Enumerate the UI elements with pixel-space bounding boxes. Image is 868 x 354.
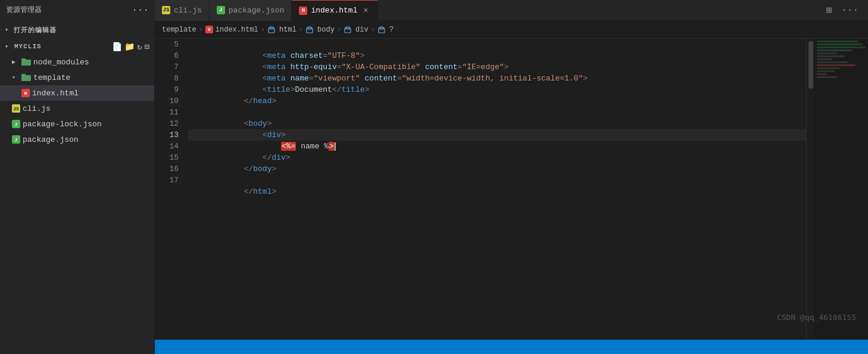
tab-bar: 资源管理器 ··· JS cli.js J package.json H ind…	[0, 0, 868, 21]
template-label: template	[33, 73, 70, 82]
tree-package-lock-json[interactable]: J package-lock.json	[0, 116, 154, 132]
text-cursor	[335, 142, 336, 151]
svg-rect-1	[21, 58, 26, 61]
tree-index-html[interactable]: H index.html	[0, 85, 154, 101]
breadcrumb-sep-1: ›	[199, 26, 203, 34]
tab-index-html-label: index.html	[311, 6, 357, 15]
code-line-12: <div>	[188, 118, 806, 129]
breadcrumb-box-icon-html	[267, 26, 276, 34]
more-actions-icon[interactable]: ···	[839, 2, 861, 18]
cli-js-icon: JS	[12, 104, 20, 113]
sidebar-top-dots[interactable]: ···	[132, 5, 149, 15]
breadcrumb-html-icon: H	[205, 26, 213, 33]
ln-8: 8	[155, 73, 179, 84]
code-line-11: <body>	[188, 107, 806, 118]
package-json-label: package.json	[23, 135, 79, 144]
breadcrumb-sep-3: ›	[299, 26, 303, 34]
tab-bar-actions: ⊞ ···	[824, 2, 868, 18]
scrollbar-thumb[interactable]	[808, 41, 813, 89]
js-file-icon: JS	[162, 6, 170, 14]
tree-node-modules[interactable]: ▶ node_modules	[0, 54, 154, 70]
ln-15: 15	[155, 152, 179, 163]
node-modules-label: node_modules	[33, 58, 89, 67]
code-line-17: </html>	[188, 175, 806, 186]
ln-16: 16	[155, 163, 179, 175]
scrollbar[interactable]	[806, 39, 814, 340]
open-editors-label: 打开的编辑器	[14, 26, 57, 35]
breadcrumb-body-label: body	[317, 26, 335, 34]
ln-7: 7	[155, 61, 179, 73]
node-modules-folder-icon	[21, 57, 31, 67]
code-container[interactable]: 5 6 7 8 9 10 11 12 13 14 15 16 17	[155, 39, 806, 340]
breadcrumb-html-label: html	[279, 26, 296, 34]
tab-index-html[interactable]: H index.html ×	[292, 0, 378, 21]
code-line-10	[188, 95, 806, 107]
ln-11: 11	[155, 107, 179, 118]
ln-9: 9	[155, 84, 179, 95]
ln-10: 10	[155, 95, 179, 107]
breadcrumb-index-html-label: index.html	[216, 26, 258, 34]
breadcrumb-sep-2: ›	[261, 26, 265, 34]
tree-template[interactable]: ▾ template	[0, 70, 154, 85]
breadcrumb-index-html[interactable]: H index.html	[205, 26, 258, 34]
main-layout: ▾ 打开的编辑器 ▾ MYCLIS 📄 📁 ↻ ⊟ ▶ node_mod	[0, 21, 868, 354]
new-file-icon[interactable]: 📄	[112, 42, 122, 52]
tab-package-json[interactable]: J package.json	[210, 0, 292, 21]
open-editors-section[interactable]: ▾ 打开的编辑器	[0, 21, 154, 39]
collapse-icon[interactable]: ⊟	[145, 42, 149, 52]
editor-area: template › H index.html › html ›	[155, 21, 868, 354]
breadcrumb-html[interactable]: html	[267, 26, 296, 34]
breadcrumb-sep-4: ›	[337, 26, 341, 34]
code-lines[interactable]: <meta charset="UTF-8"> <meta http-equiv=…	[183, 39, 806, 340]
new-folder-icon[interactable]: 📁	[124, 42, 135, 52]
tree-cli-js[interactable]: JS cli.js	[0, 101, 154, 116]
breadcrumb-question-label: ?	[389, 26, 394, 34]
minimap	[814, 39, 868, 340]
breadcrumb-div[interactable]: div	[344, 26, 369, 34]
template-folder-icon	[21, 73, 31, 82]
breadcrumb-question[interactable]: ?	[377, 26, 394, 34]
package-json-icon: J	[12, 135, 20, 144]
ln-6: 6	[155, 50, 179, 61]
svg-rect-3	[21, 74, 26, 76]
cli-js-label: cli.js	[23, 104, 51, 113]
breadcrumb-body[interactable]: body	[305, 26, 335, 34]
json-file-icon: J	[217, 6, 225, 14]
tree-root-myclis[interactable]: ▾ MYCLIS 📄 📁 ↻ ⊟	[0, 39, 154, 54]
split-editor-icon[interactable]: ⊞	[824, 2, 835, 18]
index-html-icon: H	[21, 89, 30, 97]
html-file-icon: H	[299, 7, 307, 15]
ln-5: 5	[155, 39, 179, 50]
template-chevron: ▾	[12, 74, 19, 81]
root-chevron: ▾	[5, 43, 12, 50]
ln-12: 12	[155, 118, 179, 129]
code-line-5: <meta charset="UTF-8">	[188, 39, 806, 50]
line-numbers: 5 6 7 8 9 10 11 12 13 14 15 16 17	[155, 39, 183, 340]
refresh-icon[interactable]: ↻	[137, 42, 142, 52]
breadcrumb-template[interactable]: template	[162, 26, 196, 34]
breadcrumb-box-icon-div	[344, 26, 352, 34]
sidebar: ▾ 打开的编辑器 ▾ MYCLIS 📄 📁 ↻ ⊟ ▶ node_mod	[0, 21, 155, 354]
tab-cli-js[interactable]: JS cli.js	[155, 0, 210, 21]
index-html-label: index.html	[32, 89, 79, 98]
ln-13: 13	[155, 129, 179, 141]
breadcrumb-template-label: template	[162, 26, 196, 34]
tab-cli-js-label: cli.js	[174, 6, 202, 15]
node-modules-chevron: ▶	[12, 58, 19, 66]
breadcrumb-bar: template › H index.html › html ›	[155, 21, 868, 39]
breadcrumb-box-icon-question	[377, 26, 386, 34]
tab-close-button[interactable]: ×	[361, 6, 370, 15]
breadcrumb-box-icon-body	[305, 26, 314, 34]
breadcrumb-sep-5: ›	[371, 26, 375, 34]
open-editors-chevron: ▾	[5, 26, 9, 33]
root-label: MYCLIS	[14, 43, 42, 50]
code-line-16	[188, 163, 806, 175]
ln-17: 17	[155, 175, 179, 186]
minimap-content	[814, 39, 868, 340]
package-lock-json-label: package-lock.json	[23, 120, 102, 129]
package-lock-json-icon: J	[12, 120, 20, 128]
tab-package-json-label: package.json	[229, 6, 285, 15]
breadcrumb-div-label: div	[355, 26, 369, 34]
sidebar-top-title: 资源管理器	[6, 5, 42, 15]
tree-package-json[interactable]: J package.json	[0, 132, 154, 147]
